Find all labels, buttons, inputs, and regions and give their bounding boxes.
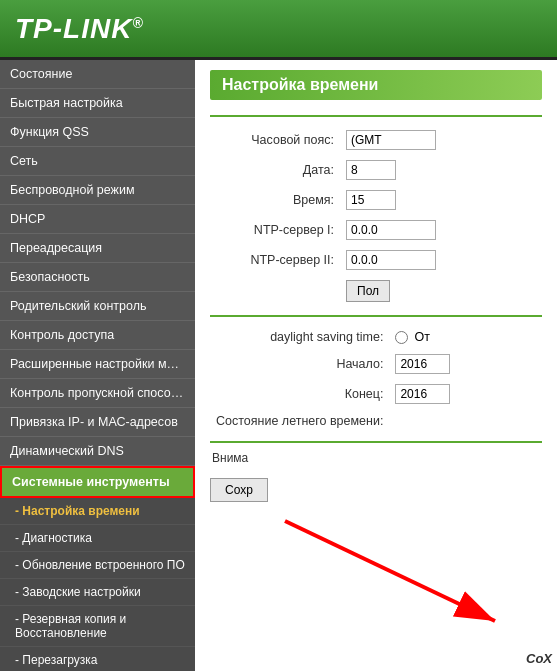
sidebar-item-15[interactable]: - Настройка времени — [0, 498, 195, 525]
sidebar-item-7[interactable]: Безопасность — [0, 263, 195, 292]
dst-radio-group: От — [395, 330, 536, 344]
sidebar-item-5[interactable]: DHCP — [0, 205, 195, 234]
svg-line-1 — [285, 521, 495, 621]
ntp2-label: NTP-сервер II: — [210, 245, 340, 275]
settings-form: Часовой пояс: Дата: Время: NTP-сервер I: — [210, 125, 542, 307]
logo-text: TP-LINK — [15, 13, 132, 44]
dst-form: daylight saving time: От Начало: Конец: — [210, 325, 542, 433]
sidebar-item-12[interactable]: Привязка IP- и МАС-адресов — [0, 408, 195, 437]
dst-radio[interactable] — [395, 331, 408, 344]
divider-middle — [210, 315, 542, 317]
attention-text: Внима — [210, 451, 542, 465]
sidebar-item-3[interactable]: Сеть — [0, 147, 195, 176]
sidebar-item-13[interactable]: Динамический DNS — [0, 437, 195, 466]
timezone-label: Часовой пояс: — [210, 125, 340, 155]
logo: TP-LINK® — [15, 13, 144, 45]
dst-row: daylight saving time: От — [210, 325, 542, 349]
time-label: Время: — [210, 185, 340, 215]
sidebar-item-14[interactable]: Системные инструменты — [0, 466, 195, 498]
date-label: Дата: — [210, 155, 340, 185]
ntp2-input[interactable] — [346, 250, 436, 270]
status-row: Состояние летнего времени: — [210, 409, 542, 433]
sidebar-item-20[interactable]: - Перезагрузка — [0, 647, 195, 671]
time-input[interactable] — [346, 190, 396, 210]
sidebar-item-10[interactable]: Расширенные настройки маршрутизации — [0, 350, 195, 379]
divider-top — [210, 115, 542, 117]
sidebar-item-6[interactable]: Переадресация — [0, 234, 195, 263]
end-row: Конец: — [210, 379, 542, 409]
ntp2-row: NTP-сервер II: — [210, 245, 542, 275]
save-button[interactable]: Сохр — [210, 478, 268, 502]
arrow-overlay — [275, 511, 535, 641]
date-row: Дата: — [210, 155, 542, 185]
main-layout: СостояниеБыстрая настройкаФункция QSSСет… — [0, 60, 557, 671]
sidebar-item-17[interactable]: - Обновление встроенного ПО — [0, 552, 195, 579]
cox-label: CoX — [526, 651, 552, 666]
sidebar-item-19[interactable]: - Резервная копия и Восстановление — [0, 606, 195, 647]
sidebar-item-18[interactable]: - Заводские настройки — [0, 579, 195, 606]
timezone-input[interactable] — [346, 130, 436, 150]
sidebar-item-11[interactable]: Контроль пропускной способности — [0, 379, 195, 408]
sidebar: СостояниеБыстрая настройкаФункция QSSСет… — [0, 60, 195, 671]
sidebar-item-1[interactable]: Быстрая настройка — [0, 89, 195, 118]
start-input[interactable] — [395, 354, 450, 374]
save-button-container: Сохр — [210, 473, 542, 502]
dst-label: daylight saving time: — [210, 325, 389, 349]
start-label: Начало: — [210, 349, 389, 379]
status-label: Состояние летнего времени: — [210, 409, 389, 433]
end-input[interactable] — [395, 384, 450, 404]
timezone-row: Часовой пояс: — [210, 125, 542, 155]
end-label: Конец: — [210, 379, 389, 409]
date-input[interactable] — [346, 160, 396, 180]
sidebar-item-8[interactable]: Родительский контроль — [0, 292, 195, 321]
header: TP-LINK® — [0, 0, 557, 60]
sidebar-item-2[interactable]: Функция QSS — [0, 118, 195, 147]
logo-reg: ® — [132, 14, 143, 30]
ntp1-label: NTP-сервер I: — [210, 215, 340, 245]
ntp1-row: NTP-сервер I: — [210, 215, 542, 245]
sidebar-item-0[interactable]: Состояние — [0, 60, 195, 89]
start-row: Начало: — [210, 349, 542, 379]
divider-bottom — [210, 441, 542, 443]
content-area: Настройка времени Часовой пояс: Дата: Вр… — [195, 60, 557, 671]
get-button[interactable]: Пол — [346, 280, 390, 302]
sidebar-item-4[interactable]: Беспроводной режим — [0, 176, 195, 205]
dst-option-label: От — [414, 330, 429, 344]
time-row: Время: — [210, 185, 542, 215]
page-title: Настройка времени — [210, 70, 542, 100]
get-button-row: Пол — [210, 275, 542, 307]
sidebar-item-16[interactable]: - Диагностика — [0, 525, 195, 552]
ntp1-input[interactable] — [346, 220, 436, 240]
sidebar-item-9[interactable]: Контроль доступа — [0, 321, 195, 350]
